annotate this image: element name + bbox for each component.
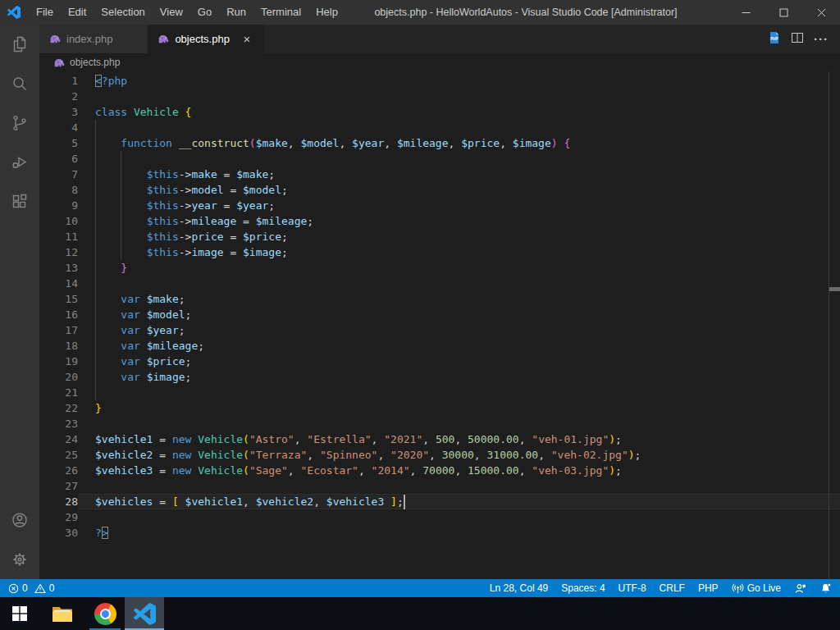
more-actions-icon[interactable]: ··· <box>814 32 829 46</box>
vscode-logo-icon <box>7 6 21 19</box>
scrollbar[interactable] <box>829 71 840 579</box>
vscode-taskbar-icon[interactable] <box>125 597 164 630</box>
menu-view[interactable]: View <box>153 0 190 25</box>
settings-gear-icon[interactable] <box>0 540 39 579</box>
code-line[interactable]: 15 var $make; <box>39 291 840 307</box>
line-number: 20 <box>39 369 78 385</box>
code-line[interactable]: 14 <box>39 276 840 291</box>
code-line[interactable]: 12 $this->image = $image; <box>39 244 840 260</box>
search-icon[interactable] <box>0 64 39 103</box>
errors-icon <box>8 583 19 594</box>
problems-status[interactable]: 0 0 <box>8 582 54 594</box>
code-line[interactable]: 26$vehicle3 = new Vehicle("Sage", "Ecost… <box>39 463 840 478</box>
menu-go[interactable]: Go <box>190 0 219 25</box>
code-line[interactable]: 6 <box>39 151 840 167</box>
minimize-button[interactable] <box>727 0 765 25</box>
window-title: objects.php - HelloWorldAutos - Visual S… <box>328 0 724 25</box>
close-button[interactable] <box>802 0 840 25</box>
warnings-count: 0 <box>49 582 55 594</box>
code-line[interactable]: 24$vehicle1 = new Vehicle("Astro", "Estr… <box>39 431 840 447</box>
title-bar: FileEditSelectionViewGoRunTerminalHelp o… <box>0 0 840 25</box>
split-editor-icon[interactable] <box>791 31 804 48</box>
code-line[interactable]: 3class Vehicle { <box>39 104 840 120</box>
code-line[interactable]: 25$vehicle2 = new Vehicle("Terraza", "Sp… <box>39 447 840 463</box>
notifications-bell-icon[interactable] <box>819 582 832 595</box>
code-line[interactable]: 10 $this->mileage = $mileage; <box>39 213 840 229</box>
line-number: 22 <box>39 400 78 416</box>
run-debug-icon[interactable] <box>0 143 39 182</box>
code-line[interactable]: 30?> <box>39 525 840 541</box>
tab-label: index.php <box>66 33 112 45</box>
chrome-icon[interactable] <box>85 597 125 630</box>
go-live-button[interactable]: Go Live <box>732 582 781 595</box>
line-number: 19 <box>39 354 78 369</box>
overview-ruler-mark <box>829 287 840 291</box>
eol-sequence[interactable]: CRLF <box>660 582 685 594</box>
php-server-icon[interactable]: PHP <box>768 31 781 48</box>
code-line[interactable]: 4 <box>39 120 840 135</box>
menu-terminal[interactable]: Terminal <box>253 0 308 25</box>
language-mode[interactable]: PHP <box>698 582 719 594</box>
tab-index.php[interactable]: index.php× <box>39 25 148 53</box>
line-number: 21 <box>39 385 78 400</box>
line-number: 16 <box>39 307 78 322</box>
code-line[interactable]: 7 $this->make = $make; <box>39 167 840 182</box>
tab-objects.php[interactable]: objects.php× <box>148 25 265 53</box>
code-line[interactable]: 22} <box>39 400 840 416</box>
errors-count: 0 <box>22 582 28 594</box>
indentation[interactable]: Spaces: 4 <box>561 582 605 594</box>
line-number: 4 <box>39 120 78 135</box>
code-line[interactable]: 19 var $price; <box>39 354 840 369</box>
menu-selection[interactable]: Selection <box>94 0 152 25</box>
menu-run[interactable]: Run <box>219 0 253 25</box>
status-bar: 0 0 Ln 28, Col 49 Spaces: 4 UTF-8 CRLF P… <box>0 579 840 597</box>
start-button[interactable] <box>0 597 39 630</box>
code-editor[interactable]: 1<?php23class Vehicle {45 function __con… <box>39 71 840 579</box>
account-icon[interactable] <box>0 500 39 540</box>
code-line[interactable]: 16 var $model; <box>39 307 840 322</box>
code-line[interactable]: 28$vehicles = [ $vehicle1, $vehicle2, $v… <box>39 494 840 509</box>
code-line[interactable]: 13 } <box>39 260 840 276</box>
line-number: 23 <box>39 416 78 431</box>
code-line[interactable]: 8 $this->model = $model; <box>39 182 840 198</box>
code-line[interactable]: 23 <box>39 416 840 431</box>
php-file-icon <box>49 33 62 45</box>
code-line[interactable]: 18 var $mileage; <box>39 338 840 354</box>
explorer-icon[interactable] <box>0 25 39 64</box>
cursor-position[interactable]: Ln 28, Col 49 <box>490 582 548 594</box>
encoding[interactable]: UTF-8 <box>619 582 646 594</box>
line-number: 15 <box>39 291 78 307</box>
breadcrumb-item[interactable]: objects.php <box>70 57 120 68</box>
code-line[interactable]: 9 $this->year = $year; <box>39 198 840 213</box>
warnings-icon <box>34 583 46 594</box>
code-line[interactable]: 27 <box>39 478 840 494</box>
line-number: 8 <box>39 182 78 198</box>
code-line[interactable]: 17 var $year; <box>39 322 840 338</box>
code-line[interactable]: 21 <box>39 385 840 400</box>
menu-file[interactable]: File <box>29 0 61 25</box>
line-number: 6 <box>39 151 78 167</box>
extensions-icon[interactable] <box>0 182 39 221</box>
code-line[interactable]: 1<?php <box>39 73 840 89</box>
line-number: 1 <box>39 73 78 89</box>
maximize-button[interactable] <box>765 0 802 25</box>
source-control-icon[interactable] <box>0 103 39 143</box>
line-number: 7 <box>39 167 78 182</box>
line-number: 10 <box>39 213 78 229</box>
line-number: 5 <box>39 135 78 151</box>
feedback-icon[interactable] <box>794 582 806 595</box>
window-controls <box>727 0 840 25</box>
line-number: 12 <box>39 244 78 260</box>
code-line[interactable]: 20 var $image; <box>39 369 840 385</box>
code-line[interactable]: 29 <box>39 509 840 525</box>
code-line[interactable]: 5 function __construct($make, $model, $y… <box>39 135 840 151</box>
line-number: 25 <box>39 447 78 463</box>
text-cursor <box>404 495 405 509</box>
code-line[interactable]: 2 <box>39 89 840 104</box>
menu-edit[interactable]: Edit <box>61 0 94 25</box>
code-line[interactable]: 11 $this->price = $price; <box>39 229 840 244</box>
tab-close-icon[interactable]: × <box>240 32 254 47</box>
file-explorer-icon[interactable] <box>43 597 82 630</box>
php-file-icon <box>158 33 170 45</box>
breadcrumb[interactable]: objects.php <box>39 53 840 71</box>
